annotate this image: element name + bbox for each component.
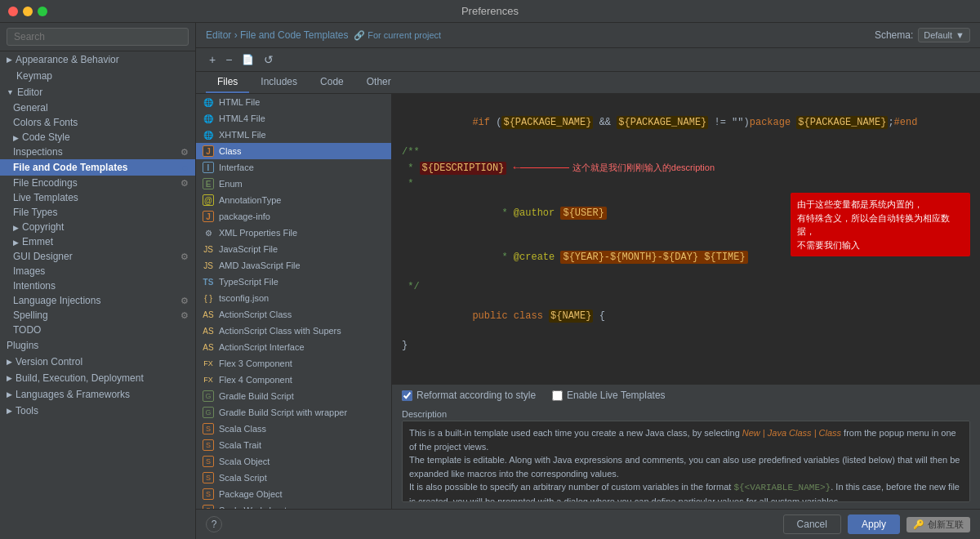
file-item-as-interface[interactable]: AS ActionScript Interface — [196, 339, 391, 355]
chevron-down-icon: ▼ — [7, 88, 14, 96]
minimize-button[interactable] — [23, 7, 33, 16]
sidebar-item-inspections[interactable]: Inspections ⚙ — [0, 145, 195, 159]
sidebar-item-general[interactable]: General — [0, 100, 195, 115]
bottom-bar: ? Cancel Apply 🔑 创新互联 — [196, 509, 980, 539]
sidebar-item-file-and-code-templates[interactable]: File and Code Templates ● — [0, 159, 195, 176]
sidebar-item-file-encodings[interactable]: File Encodings ⚙ — [0, 176, 195, 190]
xml-icon: ⚙ — [203, 227, 214, 238]
reformat-checkbox-label[interactable]: Reformat according to style — [402, 390, 536, 401]
help-button[interactable]: ? — [206, 516, 222, 532]
sidebar-item-version-control[interactable]: ▶ Version Control — [0, 354, 195, 370]
sidebar-item-tools[interactable]: ▶ Tools — [0, 403, 195, 419]
live-templates-checkbox-label[interactable]: Enable Live Templates — [552, 390, 666, 401]
file-item-class[interactable]: J Class — [196, 143, 391, 159]
maximize-button[interactable] — [38, 7, 47, 16]
chevron-right-icon: ▶ — [7, 56, 12, 64]
sidebar-item-images[interactable]: Images — [0, 264, 195, 278]
reset-button[interactable]: ↺ — [261, 51, 277, 68]
apply-button[interactable]: Apply — [848, 514, 900, 534]
file-item-package-obj[interactable]: S Package Object — [196, 486, 391, 502]
sidebar-item-file-types[interactable]: File Types — [0, 205, 195, 220]
search-input[interactable] — [7, 28, 189, 46]
tab-other[interactable]: Other — [355, 72, 403, 93]
file-item-as-supers[interactable]: AS ActionScript Class with Supers — [196, 323, 391, 339]
reformat-checkbox[interactable] — [402, 390, 412, 401]
file-item-amd-js[interactable]: JS AMD JavaScript File — [196, 257, 391, 274]
file-item-package-info[interactable]: J package-info — [196, 208, 391, 225]
file-item-scala-object[interactable]: S Scala Object — [196, 453, 391, 470]
traffic-lights — [8, 7, 47, 16]
for-current-project-badge: 🔗 For current project — [354, 30, 441, 40]
code-editor-wrapper: #if (${PACKAGE_NAME} && ${PACKAGE_NAME} … — [392, 94, 980, 509]
sidebar-item-language-injections[interactable]: Language Injections ⚙ — [0, 293, 195, 308]
tab-files[interactable]: Files — [206, 72, 249, 93]
callout-box: 由于这些变量都是系统内置的， 有特殊含义，所以会自动转换为相应数据， 不需要我们… — [791, 193, 970, 256]
file-item-xml-props[interactable]: ⚙ XML Properties File — [196, 225, 391, 241]
file-item-annotation[interactable]: @ AnnotationType — [196, 192, 391, 208]
live-templates-checkbox[interactable] — [552, 390, 563, 401]
sidebar-item-editor[interactable]: ▼ Editor — [0, 84, 195, 100]
description-section: Description This is a built-in template … — [392, 406, 980, 509]
file-item-enum[interactable]: E Enum — [196, 176, 391, 192]
code-editor[interactable]: #if (${PACKAGE_NAME} && ${PACKAGE_NAME} … — [392, 94, 980, 384]
chevron-right-icon: ▶ — [13, 224, 19, 232]
chevron-right-icon: ▶ — [7, 407, 12, 415]
copy-button[interactable]: 📄 — [238, 52, 257, 67]
tab-includes[interactable]: Includes — [249, 72, 309, 93]
file-item-xhtml[interactable]: 🌐 XHTML File — [196, 127, 391, 143]
sidebar-item-live-templates[interactable]: Live Templates — [0, 190, 195, 205]
sidebar-item-copyright[interactable]: ▶Copyright — [0, 220, 195, 234]
html-icon: 🌐 — [203, 96, 214, 108]
code-lines-5-6: * @author ${USER} * @create ${YEAR}-${MO… — [402, 191, 970, 279]
file-item-scala-trait[interactable]: S Scala Trait — [196, 437, 391, 453]
file-item-gradle-wrapper[interactable]: G Gradle Build Script with wrapper — [196, 404, 391, 421]
sidebar-item-build[interactable]: ▶ Build, Execution, Deployment — [0, 370, 195, 386]
scala-icon: S — [203, 472, 214, 483]
sidebar-item-plugins[interactable]: Plugins — [0, 337, 195, 354]
chevron-right-icon: ▶ — [13, 134, 19, 142]
sidebar-item-languages[interactable]: ▶ Languages & Frameworks — [0, 386, 195, 403]
gradle-icon: G — [203, 390, 214, 402]
file-item-html[interactable]: 🌐 HTML File — [196, 94, 391, 110]
code-line-4: * — [402, 176, 970, 191]
sidebar-item-gui-designer[interactable]: GUI Designer ⚙ — [0, 249, 195, 264]
schema-dropdown[interactable]: Default ▼ — [918, 28, 970, 42]
file-item-flex4[interactable]: FX Flex 4 Component — [196, 372, 391, 388]
file-item-html4[interactable]: 🌐 HTML4 File — [196, 110, 391, 127]
window-title: Preferences — [461, 5, 519, 17]
file-item-tsconfig[interactable]: { } tsconfig.json — [196, 290, 391, 306]
file-item-as-class[interactable]: AS ActionScript Class — [196, 306, 391, 323]
sidebar-item-emmet[interactable]: ▶Emmet — [0, 234, 195, 249]
file-item-scala-class[interactable]: S Scala Class — [196, 421, 391, 437]
remove-button[interactable]: − — [222, 51, 235, 68]
bottom-options: Reformat according to style Enable Live … — [392, 384, 980, 406]
file-item-ts[interactable]: TS TypeScript File — [196, 274, 391, 290]
code-line-9: } — [402, 338, 970, 353]
sidebar-item-code-style[interactable]: ▶Code Style — [0, 130, 195, 145]
file-item-interface[interactable]: I Interface — [196, 159, 391, 176]
add-button[interactable]: + — [206, 51, 219, 68]
as-icon: AS — [203, 325, 214, 336]
description-label: Description — [402, 406, 970, 421]
sidebar-item-todo[interactable]: TODO — [0, 323, 195, 337]
scala-icon: S — [203, 488, 214, 500]
sidebar-item-appearance[interactable]: ▶ Appearance & Behavior — [0, 51, 195, 68]
sidebar-content: ▶ Appearance & Behavior Keymap ▼ Editor … — [0, 51, 195, 539]
file-item-scala-script[interactable]: S Scala Script — [196, 470, 391, 486]
sidebar-item-keymap[interactable]: Keymap — [0, 68, 195, 84]
flex-icon: FX — [203, 358, 214, 369]
sidebar-item-colors-fonts[interactable]: Colors & Fonts — [0, 115, 195, 130]
scala-icon: S — [203, 423, 214, 434]
close-button[interactable] — [8, 7, 18, 16]
file-item-scala-ws[interactable]: S Scala Worksheet — [196, 502, 391, 509]
file-item-gradle[interactable]: G Gradle Build Script — [196, 388, 391, 404]
sidebar-item-intentions[interactable]: Intentions — [0, 278, 195, 293]
code-line-1: #if (${PACKAGE_NAME} && ${PACKAGE_NAME} … — [402, 100, 970, 145]
gear-icon: ⚙ — [180, 310, 189, 321]
file-item-js[interactable]: JS JavaScript File — [196, 241, 391, 257]
tab-code[interactable]: Code — [309, 72, 355, 93]
sidebar-item-spelling[interactable]: Spelling ⚙ — [0, 308, 195, 323]
file-item-flex3[interactable]: FX Flex 3 Component — [196, 355, 391, 372]
cancel-button[interactable]: Cancel — [783, 514, 841, 534]
code-line-3: * ${DESCRIPTION} ← 这个就是我们刚刚输入的descriptio… — [402, 159, 970, 176]
